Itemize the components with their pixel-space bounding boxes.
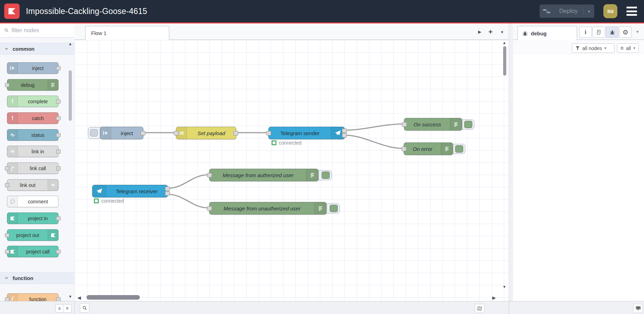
palette-node-link-call[interactable]: link call — [7, 162, 59, 174]
palette-node-comment[interactable]: comment — [7, 196, 59, 207]
output-port-success[interactable] — [342, 128, 347, 133]
debug-filter-button[interactable]: all nodes ▾ — [572, 43, 615, 53]
input-port[interactable] — [174, 131, 179, 135]
input-port[interactable] — [5, 250, 9, 254]
palette-node-label: project call — [18, 246, 58, 257]
output-port[interactable] — [56, 149, 61, 154]
output-port[interactable] — [233, 131, 238, 135]
input-port[interactable] — [402, 147, 406, 151]
node-telegram-receiver[interactable]: Telegram receiver — [92, 185, 168, 197]
wire[interactable] — [344, 124, 404, 130]
flow-tab-label: Flow 1 — [91, 30, 107, 36]
palette-scroll-down-icon[interactable]: ▼ — [68, 295, 72, 299]
flow-list-caret-icon[interactable]: ▾ — [498, 28, 507, 36]
trash-icon — [621, 46, 623, 50]
node-label: Set payload — [187, 127, 236, 139]
palette-category-label: function — [13, 275, 33, 281]
output-port[interactable] — [56, 166, 61, 170]
output-port-error[interactable] — [342, 133, 347, 138]
palette-node-complete[interactable]: ! complete — [7, 96, 59, 107]
palette-node-catch[interactable]: ! catch — [7, 112, 59, 124]
input-port[interactable] — [5, 183, 9, 187]
add-flow-button[interactable]: + — [486, 28, 495, 36]
debug-clear-label: all — [626, 46, 631, 51]
open-debug-window-button[interactable] — [633, 304, 643, 313]
sidebar-info-button[interactable]: i — [579, 27, 592, 38]
sidebar-help-button[interactable] — [592, 27, 605, 38]
debug-message-list[interactable] — [513, 55, 644, 301]
output-port[interactable] — [141, 131, 145, 135]
palette-node-inject[interactable]: inject — [7, 62, 59, 74]
inject-arrow-icon — [100, 127, 111, 139]
input-port[interactable] — [5, 297, 9, 301]
palette-scrollbar-thumb[interactable] — [69, 70, 72, 121]
palette-node-project-call[interactable]: project call — [7, 246, 59, 257]
node-on-error[interactable]: On error — [404, 142, 453, 155]
palette-node-link-out[interactable]: link out — [7, 179, 59, 191]
input-port[interactable] — [207, 206, 212, 211]
input-port[interactable] — [266, 131, 271, 135]
wire[interactable] — [344, 135, 404, 148]
sidebar-config-button[interactable]: ⚙ — [619, 27, 632, 38]
sidebar-debug-button[interactable] — [606, 27, 618, 38]
input-port[interactable] — [5, 83, 9, 87]
sidebar-footer — [509, 301, 644, 314]
output-port[interactable] — [56, 133, 61, 137]
canvas-scroll-up-icon[interactable]: ▲ — [502, 41, 506, 45]
output-port[interactable] — [56, 216, 61, 221]
output-port-authorized[interactable] — [165, 187, 170, 191]
tab-scroll-right-icon[interactable]: ▶ — [475, 28, 484, 36]
palette-node-status[interactable]: status — [7, 129, 59, 141]
deploy-options-caret-icon[interactable]: ▾ — [584, 9, 594, 14]
sidebar-tab-debug[interactable]: debug — [518, 26, 577, 40]
output-port[interactable] — [56, 66, 61, 70]
canvas-search-button[interactable] — [80, 303, 89, 313]
palette-expand-all-button[interactable] — [63, 304, 71, 313]
output-port[interactable] — [56, 116, 61, 120]
palette-node-debug[interactable]: debug — [7, 79, 59, 91]
sidebar-menu-caret-icon[interactable]: ▾ — [636, 29, 639, 34]
flow-tab[interactable]: Flow 1 — [85, 26, 169, 40]
canvas-scroll-down-icon[interactable]: ▼ — [502, 285, 506, 289]
node-message-unauthorized[interactable]: Message from unautherized user — [209, 202, 327, 215]
double-chevron-up-icon — [57, 306, 62, 310]
caret-down-icon: ▾ — [604, 46, 607, 50]
palette-node-project-out[interactable]: project out — [7, 229, 59, 241]
palette-node-project-in[interactable]: project in — [7, 212, 59, 224]
canvas-scroll-left-icon[interactable]: ◀ — [77, 295, 81, 300]
output-port[interactable] — [56, 297, 61, 301]
debug-clear-button[interactable]: all ▾ — [617, 43, 639, 53]
node-set-payload[interactable]: Set payload — [176, 127, 236, 139]
node-label: Telegram sender — [269, 127, 331, 139]
deploy-button[interactable]: Deploy ▾ — [540, 5, 594, 18]
node-message-authorized[interactable]: Message from autherized user — [209, 169, 318, 181]
palette-search-input[interactable]: filter nodes — [0, 23, 74, 37]
node-telegram-sender[interactable]: Telegram sender — [268, 127, 345, 139]
wire[interactable] — [167, 175, 209, 188]
input-port[interactable] — [5, 166, 9, 170]
node-inject[interactable]: inject — [100, 127, 143, 139]
palette-category-function[interactable]: function — [0, 272, 74, 284]
palette-node-link-in[interactable]: link in — [7, 146, 59, 157]
node-label: On error — [404, 143, 441, 155]
flow-canvas[interactable]: inject Set payload Telegram sender conne… — [75, 40, 509, 301]
navigator-button[interactable] — [475, 304, 485, 313]
palette-scroll-up-icon[interactable]: ▲ — [68, 42, 72, 46]
canvas-hscrollbar-thumb[interactable] — [87, 295, 140, 300]
input-port[interactable] — [402, 122, 407, 127]
palette-category-common[interactable]: common — [0, 43, 74, 55]
input-port[interactable] — [207, 173, 212, 177]
canvas-scroll-right-icon[interactable]: ▶ — [492, 295, 496, 300]
main-menu-icon[interactable] — [626, 7, 637, 16]
link-arrow-icon — [48, 180, 58, 190]
palette-collapse-all-button[interactable] — [55, 304, 64, 313]
node-on-success[interactable]: On success — [404, 118, 462, 131]
wire[interactable] — [167, 194, 209, 208]
canvas-vscrollbar-thumb[interactable] — [503, 46, 506, 76]
node-label: inject — [111, 127, 143, 139]
input-port[interactable] — [5, 233, 9, 237]
output-port[interactable] — [56, 99, 61, 104]
output-port-unauthorized[interactable] — [165, 191, 170, 196]
output-port[interactable] — [56, 250, 61, 254]
user-avatar[interactable]: su — [603, 4, 617, 18]
